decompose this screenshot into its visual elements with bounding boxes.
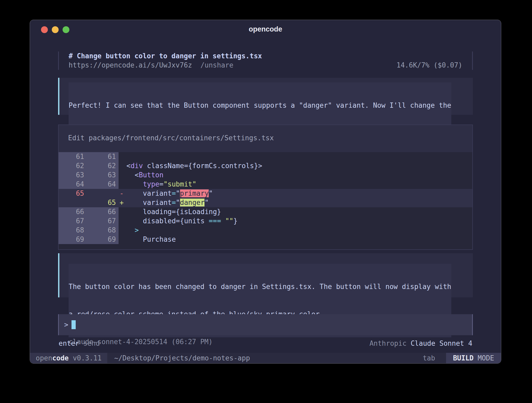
diff-row: 6969 Purchase (59, 235, 472, 244)
titlebar: opencode (30, 20, 501, 36)
hint-row: enter send Anthropic Claude Sonnet 4 (58, 339, 473, 348)
tab-hint[interactable]: tab (423, 353, 435, 363)
diff-row: 6767 disabled={units === ""} (59, 216, 472, 226)
diff-row: 65+ variant="danger" (59, 198, 472, 207)
diff-view: 61616262<div className={formCs.controls}… (59, 152, 472, 249)
diff-row: 6666 loading={isLoading} (59, 207, 472, 216)
opencode-window: opencode # Change button color to danger… (30, 20, 501, 364)
diff-row: 6161 (59, 152, 472, 161)
edit-tool-block: Edit packages/frontend/src/containers/Se… (58, 125, 473, 250)
diff-row: 6868 > (59, 226, 472, 235)
prompt-chevron: > (64, 320, 68, 329)
text-cursor (71, 320, 76, 329)
token-usage: 14.6K/7% ($0.07) (397, 61, 462, 70)
diff-row: 6464 type="submit" (59, 180, 472, 189)
assistant-message-1: Perfect! I can see that the Button compo… (58, 78, 473, 115)
share-url-row: https://opencode.ai/s/UwJxv76z/unshare (69, 61, 233, 70)
message-line: The button color has been changed to dan… (69, 282, 451, 291)
edit-tool-title: Edit packages/frontend/src/containers/Se… (59, 125, 472, 152)
prompt-input[interactable]: > (58, 314, 473, 335)
unshare-command[interactable]: /unshare (201, 61, 233, 69)
window-title: opencode (30, 25, 501, 34)
enter-hint: enter send (59, 339, 100, 348)
session-title: # Change button color to danger in setti… (69, 51, 262, 61)
message-line: Perfect! I can see that the Button compo… (69, 101, 451, 110)
app-version-badge: opencode v0.3.11 (30, 353, 107, 363)
main-content: # Change button color to danger in setti… (30, 36, 501, 353)
diff-row: 6262<div className={formCs.controls}> (59, 161, 472, 170)
session-header: # Change button color to danger in setti… (58, 51, 473, 70)
diff-row: 6363 <Button (59, 170, 472, 180)
share-link[interactable]: https://opencode.ai/s/UwJxv76z (69, 61, 192, 69)
diff-row: 65- variant="primary" (59, 189, 472, 198)
assistant-message-2: The button color has been changed to dan… (58, 253, 473, 297)
model-indicator: Anthropic Claude Sonnet 4 (370, 339, 472, 348)
working-directory: ~/Desktop/Projects/demo-notes-app (114, 353, 250, 363)
mode-badge: BUILD MODE (446, 353, 501, 363)
status-bar: opencode v0.3.11 ~/Desktop/Projects/demo… (30, 353, 501, 363)
